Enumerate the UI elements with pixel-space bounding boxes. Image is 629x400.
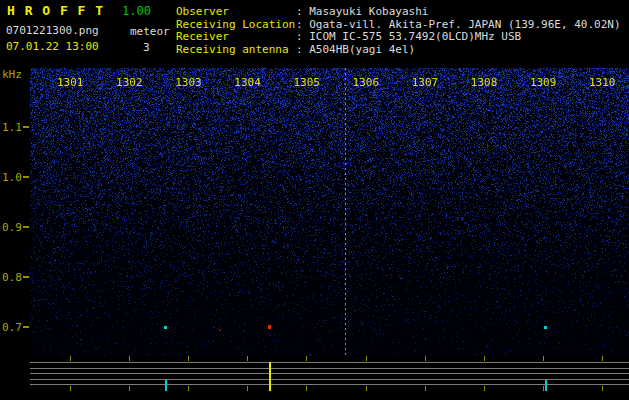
observation-datetime: 07.01.22 13:00 <box>6 40 99 53</box>
info-value: : A504HB(yagi 4el) <box>296 43 415 56</box>
freq-tick <box>23 126 29 128</box>
level-gridline <box>30 373 629 374</box>
time-label-1301: 1301 <box>57 76 84 89</box>
minute-tick <box>366 356 367 361</box>
minute-tick <box>484 356 485 361</box>
freq-label-1.0: 1.0 <box>2 171 22 184</box>
level-gridline <box>30 384 629 385</box>
time-label-1306: 1306 <box>353 76 380 89</box>
minute-tick <box>188 356 189 361</box>
echo-marker <box>268 325 271 329</box>
minute-tick <box>543 386 544 391</box>
app-version: 1.00 <box>122 4 151 18</box>
app-title: H R O F F T <box>7 3 104 18</box>
time-label-1303: 1303 <box>175 76 202 89</box>
echo-count: 3 <box>143 41 150 54</box>
echo-level-spike <box>269 362 271 391</box>
freq-tick <box>23 326 29 328</box>
output-filename: 0701221300.png <box>6 24 99 37</box>
level-gridline <box>30 368 629 369</box>
minute-tick <box>602 356 603 361</box>
freq-tick <box>23 276 29 278</box>
info-value: : ICOM IC-575 53.7492(0LCD)MHz USB <box>296 30 521 43</box>
echo-event-tick <box>165 380 167 391</box>
freq-label-kHz: kHz <box>2 68 22 81</box>
info-row-antenna: Receiving antenna: A504HB(yagi 4el) <box>176 44 621 57</box>
minute-tick <box>543 356 544 361</box>
observation-mode: meteor <box>130 25 170 38</box>
info-label: Receiving antenna <box>176 44 296 57</box>
time-cursor-line <box>345 68 346 356</box>
freq-label-1.1: 1.1 <box>2 121 22 134</box>
minute-tick <box>188 386 189 391</box>
minute-tick <box>602 386 603 391</box>
info-value: : Masayuki Kobayashi <box>296 5 428 18</box>
minute-tick <box>129 356 130 361</box>
info-label: Observer <box>176 6 296 19</box>
minute-tick <box>484 386 485 391</box>
time-label-1304: 1304 <box>234 76 261 89</box>
time-label-1305: 1305 <box>293 76 320 89</box>
minute-tick <box>129 386 130 391</box>
minute-tick <box>70 386 71 391</box>
time-label-1310: 1310 <box>589 76 616 89</box>
spectrogram-canvas <box>30 68 629 356</box>
minute-tick <box>247 386 248 391</box>
time-label-1307: 1307 <box>412 76 439 89</box>
freq-tick <box>23 226 29 228</box>
minute-tick <box>366 386 367 391</box>
freq-label-0.7: 0.7 <box>2 321 22 334</box>
time-label-1308: 1308 <box>471 76 498 89</box>
freq-label-0.8: 0.8 <box>2 271 22 284</box>
info-label: Receiver <box>176 31 296 44</box>
info-value: : Ogata-vill. Akita-Pref. JAPAN (139.96E… <box>296 18 621 31</box>
time-label-1309: 1309 <box>530 76 557 89</box>
echo-marker <box>544 326 547 329</box>
level-gridline <box>30 379 629 380</box>
echo-marker <box>164 326 167 329</box>
minute-tick <box>425 356 426 361</box>
minute-tick <box>70 356 71 361</box>
hrofft-screen: H R O F F T 1.00 0701221300.png meteor 0… <box>0 0 629 400</box>
minute-tick <box>306 356 307 361</box>
echo-marker <box>219 329 221 331</box>
minute-tick <box>306 386 307 391</box>
freq-label-0.9: 0.9 <box>2 221 22 234</box>
freq-tick <box>23 176 29 178</box>
minute-tick <box>425 386 426 391</box>
minute-tick <box>247 356 248 361</box>
level-gridline <box>30 362 629 363</box>
echo-event-tick <box>545 380 547 391</box>
station-info: Observer: Masayuki Kobayashi Receiving L… <box>176 6 621 56</box>
time-label-1302: 1302 <box>116 76 143 89</box>
